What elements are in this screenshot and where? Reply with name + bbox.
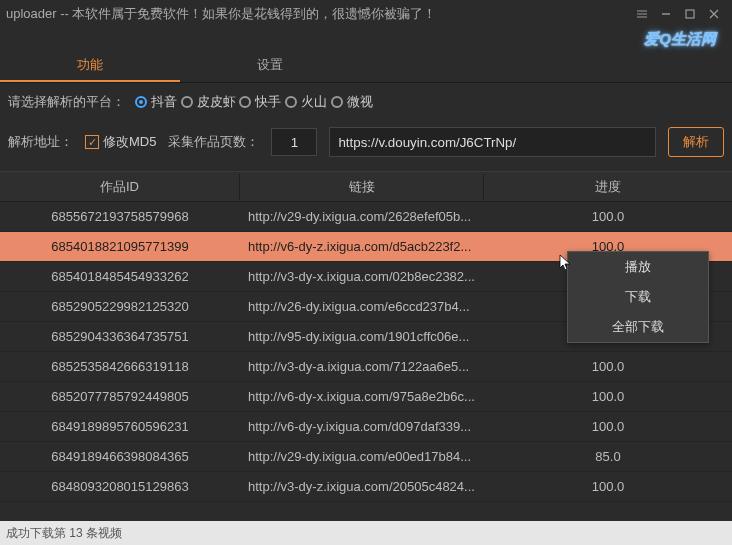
menu-download-all[interactable]: 全部下载 — [568, 312, 708, 342]
cell-progress: 100.0 — [484, 359, 732, 374]
radio-icon — [285, 96, 297, 108]
platform-radio-3[interactable]: 火山 — [285, 93, 327, 111]
brand-text: 爱Q生活网 — [644, 30, 716, 49]
cell-id: 6855672193758579968 — [0, 209, 240, 224]
cell-progress: 100.0 — [484, 389, 732, 404]
cell-link: http://v95-dy.ixigua.com/1901cffc06e... — [240, 329, 484, 344]
cell-id: 6852535842666319118 — [0, 359, 240, 374]
radio-icon — [135, 96, 147, 108]
col-progress[interactable]: 进度 — [484, 174, 732, 200]
platform-filter: 请选择解析的平台： 抖音 皮皮虾 快手 火山 微视 — [0, 83, 732, 121]
modify-md5-checkbox[interactable]: ✓ 修改MD5 — [85, 133, 156, 151]
radio-icon — [181, 96, 193, 108]
cell-id: 6854018821095771399 — [0, 239, 240, 254]
table-row[interactable]: 6849189895760596231http://v6-dy-y.ixigua… — [0, 412, 732, 442]
platform-radio-4[interactable]: 微视 — [331, 93, 373, 111]
pages-label: 采集作品页数： — [168, 133, 259, 151]
window-title: uploader -- 本软件属于免费软件！如果你是花钱得到的，很遗憾你被骗了！ — [6, 5, 630, 23]
address-bar: 解析地址： ✓ 修改MD5 采集作品页数： 解析 — [0, 121, 732, 171]
modify-md5-label: 修改MD5 — [103, 133, 156, 151]
svg-rect-0 — [686, 10, 694, 18]
col-link[interactable]: 链接 — [240, 174, 484, 200]
radio-label: 火山 — [301, 93, 327, 111]
cell-progress: 100.0 — [484, 479, 732, 494]
platform-radio-2[interactable]: 快手 — [239, 93, 281, 111]
cell-id: 6848093208015129863 — [0, 479, 240, 494]
cell-progress: 100.0 — [484, 209, 732, 224]
cell-id: 6852904336364735751 — [0, 329, 240, 344]
radio-label: 抖音 — [151, 93, 177, 111]
minimize-button[interactable] — [654, 5, 678, 23]
cell-link: http://v6-dy-x.ixigua.com/975a8e2b6c... — [240, 389, 484, 404]
radio-label: 微视 — [347, 93, 373, 111]
radio-label: 皮皮虾 — [197, 93, 236, 111]
cell-link: http://v6-dy-z.ixigua.com/d5acb223f2... — [240, 239, 484, 254]
tab-function[interactable]: 功能 — [0, 50, 180, 82]
cell-link: http://v29-dy.ixigua.com/2628efef05b... — [240, 209, 484, 224]
cell-progress: 100.0 — [484, 419, 732, 434]
status-bar: 成功下载第 13 条视频 — [0, 521, 732, 545]
cell-link: http://v3-dy-z.ixigua.com/20505c4824... — [240, 479, 484, 494]
cell-id: 6852905229982125320 — [0, 299, 240, 314]
cell-link: http://v3-dy-a.ixigua.com/7122aa6e5... — [240, 359, 484, 374]
parse-button[interactable]: 解析 — [668, 127, 724, 157]
pages-input[interactable] — [271, 128, 317, 156]
menu-download[interactable]: 下载 — [568, 282, 708, 312]
cell-id: 6849189895760596231 — [0, 419, 240, 434]
radio-label: 快手 — [255, 93, 281, 111]
cell-id: 6852077785792449805 — [0, 389, 240, 404]
status-text: 成功下载第 13 条视频 — [6, 525, 122, 542]
check-icon: ✓ — [85, 135, 99, 149]
cell-link: http://v26-dy.ixigua.com/e6ccd237b4... — [240, 299, 484, 314]
context-menu: 播放 下载 全部下载 — [567, 251, 709, 343]
table-row[interactable]: 6852535842666319118http://v3-dy-a.ixigua… — [0, 352, 732, 382]
radio-icon — [239, 96, 251, 108]
table-row[interactable]: 6848093208015129863http://v3-dy-z.ixigua… — [0, 472, 732, 502]
maximize-button[interactable] — [678, 5, 702, 23]
radio-icon — [331, 96, 343, 108]
close-button[interactable] — [702, 5, 726, 23]
menu-play[interactable]: 播放 — [568, 252, 708, 282]
title-bar: uploader -- 本软件属于免费软件！如果你是花钱得到的，很遗憾你被骗了！ — [0, 0, 732, 28]
menu-icon[interactable] — [630, 5, 654, 23]
cell-id: 6854018485454933262 — [0, 269, 240, 284]
platform-radio-1[interactable]: 皮皮虾 — [181, 93, 236, 111]
table-row[interactable]: 6855672193758579968http://v29-dy.ixigua.… — [0, 202, 732, 232]
cell-link: http://v29-dy.ixigua.com/e00ed17b84... — [240, 449, 484, 464]
tab-settings[interactable]: 设置 — [180, 50, 360, 82]
cell-id: 6849189466398084365 — [0, 449, 240, 464]
brand-area: 爱Q生活网 — [0, 28, 732, 50]
table-row[interactable]: 6849189466398084365http://v29-dy.ixigua.… — [0, 442, 732, 472]
address-label: 解析地址： — [8, 133, 73, 151]
tab-bar: 功能 设置 — [0, 50, 732, 83]
cell-link: http://v3-dy-x.ixigua.com/02b8ec2382... — [240, 269, 484, 284]
platform-label: 请选择解析的平台： — [8, 93, 125, 111]
table-row[interactable]: 6852077785792449805http://v6-dy-x.ixigua… — [0, 382, 732, 412]
cell-progress: 85.0 — [484, 449, 732, 464]
cell-link: http://v6-dy-y.ixigua.com/d097daf339... — [240, 419, 484, 434]
col-id[interactable]: 作品ID — [0, 174, 240, 200]
url-input[interactable] — [329, 127, 656, 157]
table-header: 作品ID 链接 进度 — [0, 172, 732, 202]
platform-radio-0[interactable]: 抖音 — [135, 93, 177, 111]
table-body: 6855672193758579968http://v29-dy.ixigua.… — [0, 202, 732, 502]
